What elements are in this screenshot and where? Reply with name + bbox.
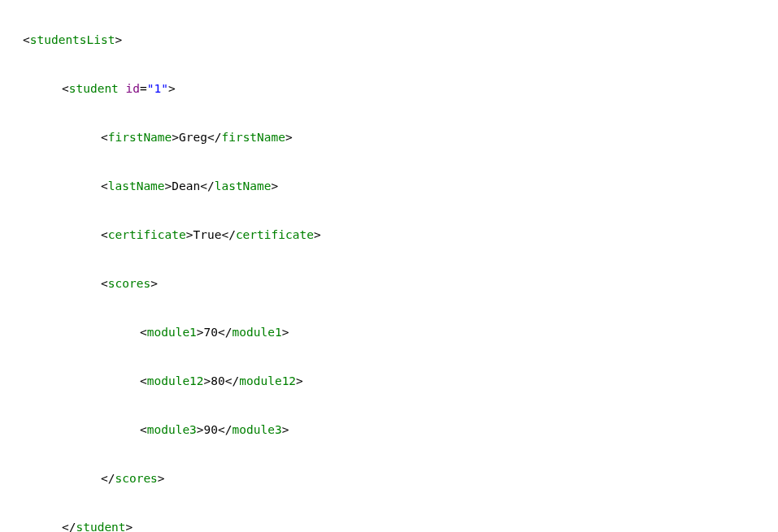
tag-name: studentsList [30, 33, 115, 46]
tag-name: certificate [108, 228, 186, 241]
attr-name: id [126, 82, 140, 95]
tag-name: firstName [108, 131, 172, 144]
code-line: <lastName>Dean</lastName> [0, 174, 778, 198]
tag-name: lastName [215, 179, 272, 192]
text-content: Dean [172, 179, 200, 192]
code-line: <student id="1"> [0, 76, 778, 101]
tag-name: certificate [236, 228, 314, 241]
code-line: <module1>70</module1> [0, 320, 778, 344]
tag-name: firstName [221, 131, 285, 144]
text-content: Greg [179, 131, 207, 144]
code-line: <studentsList> [0, 28, 778, 52]
tag-name: lastName [108, 179, 165, 192]
code-line: <module12>80</module12> [0, 369, 778, 393]
code-line: <scores> [0, 271, 778, 296]
code-line: <certificate>True</certificate> [0, 223, 778, 247]
tag-name: scores [108, 277, 150, 290]
text-content: 90 [204, 423, 218, 436]
xml-code-block: <studentsList> <student id="1"> <firstNa… [0, 3, 778, 532]
tag-name: student [69, 82, 119, 95]
code-line: <firstName>Greg</firstName> [0, 125, 778, 149]
code-line: <module3>90</module3> [0, 417, 778, 442]
tag-name: student [76, 521, 125, 532]
tag-name: module12 [239, 374, 296, 387]
text-content: 80 [211, 374, 224, 387]
text-content: 70 [204, 326, 218, 339]
tag-name: module3 [147, 423, 197, 436]
tag-name: module12 [147, 374, 204, 387]
tag-name: module3 [233, 423, 282, 436]
tag-name: module1 [147, 326, 197, 339]
text-content: True [193, 228, 222, 241]
code-line: </student> [0, 515, 778, 532]
tag-name: module1 [233, 326, 282, 339]
code-line: </scores> [0, 466, 778, 491]
attr-value: "1" [147, 82, 168, 95]
tag-name: scores [115, 472, 157, 485]
